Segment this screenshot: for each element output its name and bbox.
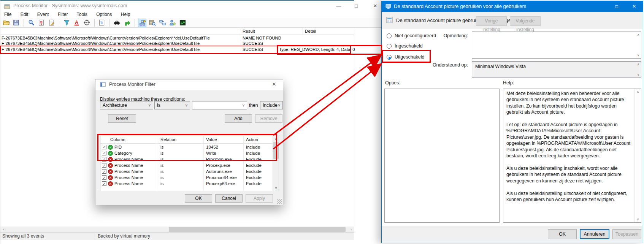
filter-relation: is — [160, 169, 163, 174]
maximize-button[interactable]: □ — [609, 1, 624, 12]
column-header-result[interactable]: Result — [243, 29, 255, 33]
checkbox[interactable] — [102, 151, 106, 155]
filter-row[interactable]: Category is Write Include — [100, 150, 273, 156]
show-network-activity-icon[interactable] — [158, 19, 167, 27]
show-file-system-activity-icon[interactable] — [148, 19, 157, 27]
event-result: NAME NOT FOUND — [243, 36, 281, 40]
minimize-button[interactable]: — — [332, 2, 345, 11]
next-setting-button[interactable]: Volgende instelling — [510, 16, 541, 26]
column-divider[interactable] — [240, 28, 240, 35]
procmon-titlebar[interactable]: Process Monitor - Sysinternals: www.sysi… — [0, 1, 382, 11]
event-row[interactable]: F-267673EB45BC}Machine\Software\Microsof… — [0, 41, 382, 46]
scroll-up-icon[interactable]: ∧ — [636, 90, 640, 93]
show-process-activity-icon[interactable] — [168, 19, 177, 27]
filter-row[interactable]: Process Name is Autoruns.exe Exclude — [100, 168, 273, 174]
resize-grip[interactable] — [277, 199, 282, 204]
filter-row[interactable]: PID is 10452 Include — [100, 144, 273, 150]
filter-row[interactable]: Process Name is Procmon64.exe Exclude — [100, 174, 273, 181]
procmon-toolbar: A — [0, 18, 382, 28]
scroll-up-icon[interactable]: ∧ — [636, 33, 641, 36]
radio-label: Ingeschakeld — [395, 43, 423, 49]
checkbox[interactable] — [102, 175, 106, 180]
cancel-button[interactable]: Annuleren — [580, 229, 609, 239]
filter-col-value[interactable]: Value — [206, 137, 217, 142]
filter-list-header[interactable]: Column Relation Value Action — [100, 136, 273, 144]
help-scrollbar[interactable]: ∧ ∨ — [634, 89, 641, 222]
add-button[interactable]: Add — [225, 114, 252, 123]
ok-button[interactable]: OK — [548, 229, 577, 239]
remove-button[interactable]: Remove — [255, 114, 282, 123]
menu-help[interactable]: Help — [117, 11, 134, 18]
column-combo[interactable]: Architecture ∨ — [100, 101, 153, 109]
filter-dialog-titlebar[interactable]: Process Monitor Filter ✕ — [95, 79, 283, 90]
event-list-header[interactable]: Result Detail — [0, 28, 354, 35]
show-profiling-events-icon[interactable] — [178, 19, 187, 27]
filter-row[interactable]: Process Name is Procmon.exe Exclude — [100, 156, 273, 162]
apply-button[interactable]: Apply — [246, 194, 273, 203]
action-combo[interactable]: Include ∨ — [260, 101, 283, 109]
checkbox[interactable] — [102, 163, 106, 168]
filter-list-scrollbar[interactable]: ∧ ∨ — [273, 136, 279, 191]
radio-icon[interactable] — [387, 33, 392, 38]
clear-icon[interactable] — [47, 19, 56, 27]
relation-combo[interactable]: is ∨ — [154, 101, 190, 109]
filter-icon[interactable] — [62, 19, 71, 27]
filter-row[interactable]: Process Name is Procexp64.exe Exclude — [100, 181, 273, 187]
filter-col-relation[interactable]: Relation — [160, 137, 176, 142]
checkbox[interactable] — [102, 145, 106, 149]
reset-button[interactable]: Reset — [108, 114, 136, 123]
show-registry-activity-icon[interactable] — [138, 19, 146, 27]
menu-edit[interactable]: Edit — [17, 11, 32, 18]
checkbox[interactable] — [102, 181, 106, 186]
maximize-button[interactable]: □ — [350, 2, 363, 11]
autoscroll-icon[interactable] — [37, 19, 46, 27]
policy-dialog-titlebar[interactable]: De standaard Account picture gebruiken v… — [382, 1, 643, 12]
apply-button[interactable]: Toepassen — [612, 229, 641, 239]
radio-icon[interactable] — [387, 44, 392, 49]
scroll-left-icon[interactable]: ‹ — [0, 227, 6, 232]
ok-button[interactable]: OK — [185, 194, 212, 203]
filter-list[interactable]: Column Relation Value Action PID is 1045… — [100, 136, 279, 191]
open-icon[interactable] — [2, 19, 10, 27]
capture-icon[interactable] — [27, 19, 35, 27]
horizontal-scrollbar[interactable]: ‹ › — [0, 227, 354, 232]
scrollbar-thumb[interactable] — [169, 227, 346, 232]
highlight-icon[interactable]: A — [73, 19, 81, 27]
scroll-down-icon[interactable]: ∨ — [636, 73, 641, 76]
menu-file[interactable]: File — [0, 11, 15, 18]
radio-icon[interactable] — [387, 55, 392, 60]
comment-textarea[interactable]: ∧ ∨ — [472, 32, 641, 59]
previous-setting-button[interactable]: Vorige instelling — [476, 16, 507, 26]
column-header-detail[interactable]: Detail — [305, 29, 316, 33]
jump-to-icon[interactable] — [123, 19, 131, 27]
value-combo[interactable]: ∨ — [192, 101, 247, 109]
checkbox[interactable] — [102, 157, 106, 162]
process-tree-icon[interactable] — [98, 19, 106, 27]
scroll-down-icon[interactable]: ∨ — [636, 218, 640, 221]
close-button[interactable]: ✕ — [627, 1, 642, 12]
find-icon[interactable] — [113, 19, 121, 27]
filter-col-action[interactable]: Action — [246, 137, 258, 142]
filter-dialog-close-icon[interactable]: ✕ — [268, 80, 280, 89]
menu-filter[interactable]: Filter — [54, 11, 72, 18]
scroll-up-icon[interactable]: ∧ — [273, 136, 279, 142]
menu-event[interactable]: Event — [33, 11, 53, 18]
checkbox[interactable] — [102, 169, 106, 174]
event-row[interactable]: F-267673EB45BC}Machine\Software\Microsof… — [0, 47, 382, 52]
include-process-icon[interactable] — [82, 19, 91, 27]
event-row[interactable]: F-267673EB45BC}Machine\Software\Microsof… — [0, 35, 382, 41]
scroll-down-icon[interactable]: ∨ — [273, 185, 279, 191]
save-icon[interactable] — [12, 19, 20, 27]
column-divider[interactable] — [303, 28, 303, 35]
scrollbar-thumb[interactable] — [273, 142, 279, 159]
scroll-right-icon[interactable]: › — [348, 227, 354, 232]
menu-tools[interactable]: Tools — [73, 11, 91, 18]
cancel-button[interactable]: Cancel — [215, 194, 243, 203]
scroll-up-icon[interactable]: ∧ — [636, 63, 641, 66]
menu-options[interactable]: Options — [92, 11, 116, 18]
close-button[interactable]: ✕ — [369, 2, 382, 11]
toolbar-separator — [94, 19, 95, 27]
scroll-down-icon[interactable]: ∨ — [636, 54, 641, 57]
filter-col-column[interactable]: Column — [110, 137, 125, 142]
filter-row[interactable]: Process Name is Procexp.exe Exclude — [100, 162, 273, 168]
